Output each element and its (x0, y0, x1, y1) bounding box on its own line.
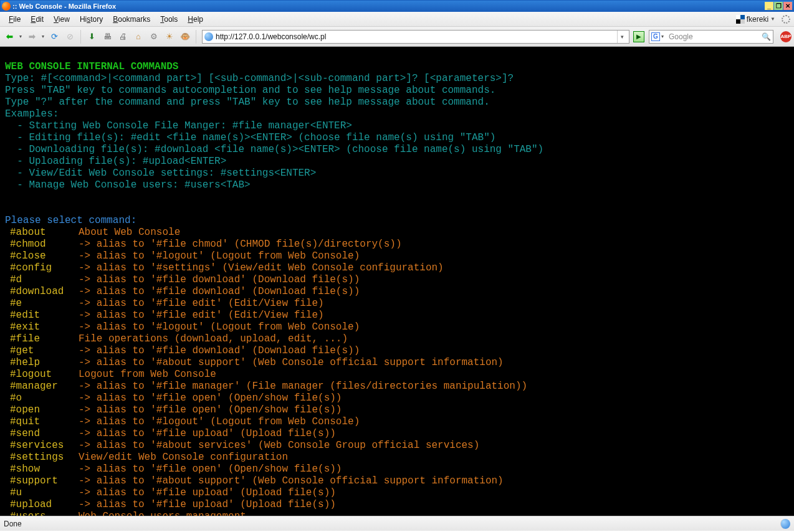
console-command-row: #quit-> alias to '#logout' (Logout from … (5, 416, 789, 428)
console-command: #logout (5, 369, 79, 381)
console-command: #download (5, 286, 79, 298)
console-command: #o (5, 392, 79, 404)
maximize-button[interactable]: ❐ (774, 2, 783, 10)
console-command-desc: -> alias to '#file download' (Download f… (79, 274, 360, 286)
url-dropdown[interactable]: ▾ (617, 31, 627, 43)
menu-view[interactable]: View (49, 14, 75, 25)
console-command-desc: -> alias to '#file chmod' (CHMOD file(s)… (79, 239, 401, 250)
console-command-desc: File operations (download, upload, edit,… (79, 333, 348, 345)
console-help-line: - Manage Web Console users: #users<TAB> (5, 179, 789, 191)
minimize-button[interactable]: _ (765, 2, 773, 10)
console-help-line: - View/Edit Web Console settings: #setti… (5, 168, 789, 179)
search-submit-icon[interactable]: 🔍 (761, 32, 771, 42)
menu-history[interactable]: History (75, 14, 108, 25)
menu-edit[interactable]: Edit (26, 14, 49, 25)
console-command-row: #exit-> alias to '#logout' (Logout from … (5, 321, 789, 333)
console-command: #e (5, 298, 79, 310)
console-command: #file (5, 333, 79, 345)
console-command-desc: Web Console users management (79, 511, 246, 516)
console-command-desc: -> alias to '#logout' (Logout from Web C… (79, 321, 360, 333)
menu-help[interactable]: Help (183, 14, 208, 25)
search-engine-dropdown[interactable]: ▾ (661, 34, 667, 39)
console-command-row: #close-> alias to '#logout' (Logout from… (5, 250, 789, 262)
home-icon[interactable]: ⌂ (132, 30, 145, 44)
console-command: #about (5, 227, 79, 239)
console-command: #settings (5, 452, 79, 463)
console-help-line: Type "?" after the command and press "TA… (5, 97, 789, 108)
delicious-button[interactable]: fkereki ▼ (734, 15, 778, 24)
print-icon[interactable]: 🖶 (100, 30, 114, 44)
console-command-desc: -> alias to '#file open' (Open/show file… (79, 463, 342, 475)
gear-icon[interactable] (782, 15, 790, 24)
back-button[interactable]: ⬅ (2, 30, 16, 44)
toolbar-separator-2 (196, 30, 196, 44)
printer-icon[interactable]: 🖨 (116, 30, 130, 44)
console-command-desc: -> alias to '#file upload' (Upload file(… (79, 428, 336, 440)
console-command: #exit (5, 321, 79, 333)
console-select-prompt: Please select command: (5, 215, 136, 226)
console-command: #close (5, 250, 79, 262)
console-help-line: - Editing file(s): #edit <file name(s)><… (5, 132, 789, 144)
security-icon[interactable] (780, 519, 790, 529)
console-command-desc: View/edit Web Console configuration (79, 452, 288, 463)
console-command-desc: -> alias to '#file upload' (Upload file(… (79, 487, 336, 499)
console-help-line: Press "TAB" key to commands autocompleti… (5, 85, 789, 97)
downloads-icon[interactable]: ⬇ (85, 30, 98, 44)
console-command-desc: -> alias to '#logout' (Logout from Web C… (79, 416, 360, 428)
delicious-icon (736, 15, 745, 24)
console-command-row: #logoutLogout from Web Console (5, 369, 789, 381)
delicious-label: fkereki (747, 15, 768, 24)
console-command-row: #upload-> alias to '#file upload' (Uploa… (5, 499, 789, 511)
menu-bar: File Edit View History Bookmarks Tools H… (0, 12, 794, 27)
stop-button: ⊘ (63, 30, 77, 44)
console-command-desc: -> alias to '#settings' (View/edit Web C… (79, 262, 444, 274)
console-command: #show (5, 463, 79, 475)
console-command-row: #d-> alias to '#file download' (Download… (5, 274, 789, 286)
console-header: WEB CONSOLE INTERNAL COMMANDS (5, 61, 178, 72)
addons-icon[interactable]: ⚙ (147, 30, 161, 44)
go-button[interactable]: ▶ (633, 31, 644, 42)
menu-file[interactable]: File (4, 14, 26, 25)
console-command: #u (5, 487, 79, 499)
search-engine-icon[interactable]: G (651, 32, 660, 41)
console-command-row: #show-> alias to '#file open' (Open/show… (5, 463, 789, 475)
console-command-desc: -> alias to '#file edit' (Edit/View file… (79, 298, 324, 310)
adblock-icon[interactable]: ABP (780, 31, 792, 42)
console-command-row: #download-> alias to '#file download' (D… (5, 286, 789, 298)
url-text[interactable]: http://127.0.0.1/webconsole/wc.pl (216, 32, 617, 41)
menu-bookmarks[interactable]: Bookmarks (108, 14, 155, 25)
console-command-desc: -> alias to '#file download' (Download f… (79, 286, 360, 298)
console-command-desc: -> alias to '#file download' (Download f… (79, 345, 360, 357)
back-dropdown[interactable]: ▾ (18, 30, 23, 44)
close-button[interactable]: ✕ (783, 2, 792, 10)
menu-tools[interactable]: Tools (155, 14, 183, 25)
window-titlebar: :: Web Console - Mozilla Firefox _ ❐ ✕ (0, 0, 794, 12)
console-command-desc: -> alias to '#about services' (Web Conso… (79, 440, 479, 452)
console-command-row: #open-> alias to '#file open' (Open/show… (5, 404, 789, 416)
url-bar[interactable]: http://127.0.0.1/webconsole/wc.pl ▾ (202, 30, 629, 44)
console-command: #d (5, 274, 79, 286)
console-command-row: #config-> alias to '#settings' (View/edi… (5, 262, 789, 274)
console-command: #config (5, 262, 79, 274)
bug-icon[interactable]: ☀ (163, 30, 176, 44)
console-command: #get (5, 345, 79, 357)
console-help-line: - Uploading file(s): #upload<ENTER> (5, 156, 789, 168)
console-command: #help (5, 357, 79, 369)
search-bar[interactable]: G ▾ Google 🔍 (649, 30, 773, 44)
console-help-line: Examples: (5, 108, 789, 120)
console-command-row: #get-> alias to '#file download' (Downlo… (5, 345, 789, 357)
console-command-row: #chmod-> alias to '#file chmod' (CHMOD f… (5, 239, 789, 250)
reload-button[interactable]: ⟳ (47, 30, 61, 44)
forward-dropdown[interactable]: ▾ (41, 30, 45, 44)
search-placeholder[interactable]: Google (669, 32, 761, 41)
console-command-desc: -> alias to '#logout' (Logout from Web C… (79, 250, 360, 262)
console-command: #manager (5, 381, 79, 392)
console-command-row: #e-> alias to '#file edit' (Edit/View fi… (5, 298, 789, 310)
console-command-row: #send-> alias to '#file upload' (Upload … (5, 428, 789, 440)
console-command-desc: -> alias to '#about support' (Web Consol… (79, 357, 504, 369)
console-command-row: #help-> alias to '#about support' (Web C… (5, 357, 789, 369)
console-command: #users (5, 511, 79, 516)
web-console-body[interactable]: WEB CONSOLE INTERNAL COMMANDS Type: #[<c… (0, 47, 794, 516)
console-command-row: #support-> alias to '#about support' (We… (5, 475, 789, 487)
greasemonkey-icon[interactable]: 🐵 (178, 30, 192, 44)
